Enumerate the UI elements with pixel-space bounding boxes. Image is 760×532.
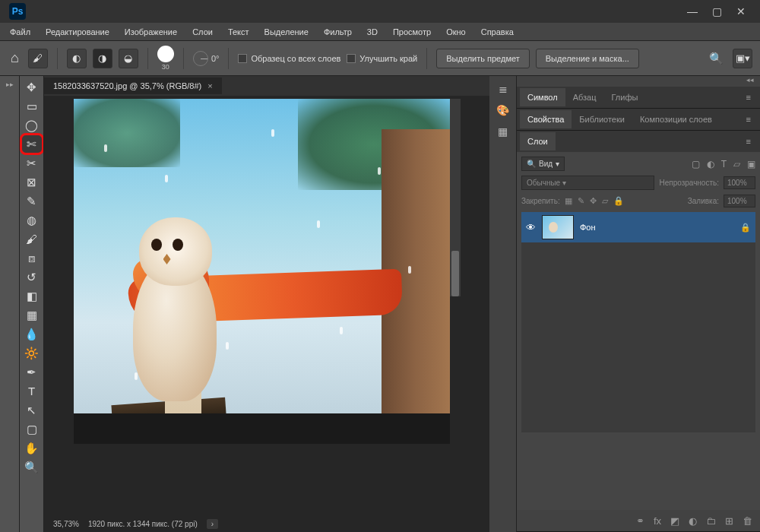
adjustment-layer-icon[interactable]: ◐	[689, 515, 697, 527]
expand-dock-icon[interactable]: ▸▸	[5, 79, 15, 90]
menu-layers[interactable]: Слои	[185, 24, 220, 40]
menu-edit[interactable]: Редактирование	[39, 24, 116, 40]
tab-layer-comps[interactable]: Композиции слоев	[632, 110, 720, 128]
dodge-tool[interactable]: 🔆	[21, 344, 43, 363]
tab-character[interactable]: Символ	[520, 88, 565, 106]
filter-pixel-icon[interactable]: ▢	[692, 159, 700, 169]
layer-fx-icon[interactable]: fx	[654, 515, 661, 527]
sample-all-layers-checkbox[interactable]: Образец со всех слоев	[238, 54, 340, 63]
eyedropper-tool[interactable]: ✎	[21, 192, 43, 211]
swatches-panel-icon[interactable]: ▦	[494, 123, 512, 140]
document-tabbar: 1582033637520.jpg @ 35,7% (RGB/8#) ×	[44, 76, 489, 96]
quick-selection-tool[interactable]: ✄	[21, 135, 43, 154]
panel-collapse-icon[interactable]: ◂◂	[517, 76, 760, 87]
angle-control[interactable]: 0°	[193, 51, 220, 66]
close-button[interactable]: ✕	[736, 6, 746, 17]
filter-smart-icon[interactable]: ▣	[747, 159, 755, 169]
link-layers-icon[interactable]: ⚭	[636, 515, 644, 527]
rectangle-tool[interactable]: ▢	[21, 420, 43, 439]
menu-window[interactable]: Окно	[439, 24, 473, 40]
menu-help[interactable]: Справка	[474, 24, 521, 40]
history-brush-tool[interactable]: ↺	[21, 268, 43, 287]
brush-preview[interactable]: 30	[157, 46, 174, 71]
pen-tool[interactable]: ✒	[21, 363, 43, 382]
color-panel-icon[interactable]: 🎨	[494, 102, 512, 119]
layer-list: 👁 Фон 🔒	[521, 212, 755, 432]
layer-thumbnail[interactable]	[542, 215, 574, 239]
zoom-level[interactable]: 35,73%	[53, 520, 79, 528]
document-tab[interactable]: 1582033637520.jpg @ 35,7% (RGB/8#) ×	[44, 78, 222, 94]
menu-3d[interactable]: 3D	[360, 24, 385, 40]
tab-paragraph[interactable]: Абзац	[565, 88, 604, 106]
minimize-button[interactable]: —	[687, 6, 698, 17]
select-subject-button[interactable]: Выделить предмет	[436, 49, 530, 68]
group-icon[interactable]: 🗀	[706, 515, 716, 527]
angle-dial-icon	[193, 51, 208, 66]
eraser-tool[interactable]: ◧	[21, 287, 43, 306]
layer-item[interactable]: 👁 Фон 🔒	[521, 212, 755, 242]
menu-image[interactable]: Изображение	[118, 24, 184, 40]
add-selection-icon[interactable]: ◑	[93, 49, 112, 68]
lock-icon[interactable]: 🔒	[740, 223, 751, 233]
canvas-viewport[interactable]	[44, 96, 489, 515]
type-tool[interactable]: T	[21, 382, 43, 401]
lock-pixels-icon[interactable]: ▦	[565, 196, 572, 206]
lock-artboard-icon[interactable]: ▱	[602, 196, 608, 206]
gradient-tool[interactable]: ▦	[21, 306, 43, 325]
move-tool[interactable]: ✥	[21, 78, 43, 97]
subtract-selection-icon[interactable]: ◒	[119, 49, 138, 68]
tab-glyphs[interactable]: Глифы	[604, 88, 646, 106]
enhance-edge-checkbox[interactable]: Улучшить край	[347, 54, 417, 63]
filter-adjustment-icon[interactable]: ◐	[707, 159, 714, 169]
layer-mask-icon[interactable]: ◩	[670, 515, 679, 527]
select-and-mask-button[interactable]: Выделение и маска...	[536, 49, 639, 68]
clone-stamp-tool[interactable]: ⧈	[21, 249, 43, 268]
tool-preset-icon[interactable]: 🖌	[28, 49, 48, 68]
hand-tool[interactable]: ✋	[21, 439, 43, 458]
vertical-scrollbar[interactable]	[450, 99, 461, 296]
filter-type-icon[interactable]: T	[721, 159, 727, 169]
panel-menu-icon[interactable]: ≡	[740, 90, 757, 105]
statusbar-chevron-icon[interactable]: ›	[207, 519, 218, 529]
menu-filter[interactable]: Фильтр	[317, 24, 359, 40]
menu-file[interactable]: Файл	[3, 24, 37, 40]
new-selection-icon[interactable]: ◐	[67, 49, 87, 68]
blend-mode-select[interactable]: Обычные ▾	[521, 176, 654, 190]
home-icon[interactable]: ⌂	[8, 47, 22, 69]
panel-menu-icon[interactable]: ≡	[740, 112, 757, 127]
brush-tool[interactable]: 🖌	[21, 230, 43, 249]
lasso-tool[interactable]: ◯	[21, 116, 43, 135]
layer-name[interactable]: Фон	[580, 223, 596, 232]
zoom-tool[interactable]: 🔍	[21, 458, 43, 477]
tab-layers[interactable]: Слои	[520, 132, 556, 150]
fill-input[interactable]: 100%	[724, 195, 755, 207]
crop-tool[interactable]: ✂	[21, 154, 43, 173]
lock-position-icon[interactable]: ✥	[590, 196, 597, 206]
menu-text[interactable]: Текст	[221, 24, 256, 40]
menu-view[interactable]: Просмотр	[386, 24, 438, 40]
tab-libraries[interactable]: Библиотеки	[572, 110, 632, 128]
brushes-panel-icon[interactable]: ≣	[494, 81, 512, 97]
maximize-button[interactable]: ▢	[711, 6, 722, 17]
new-layer-icon[interactable]: ⊞	[725, 515, 733, 527]
menu-select[interactable]: Выделение	[258, 24, 315, 40]
canvas-image[interactable]	[74, 99, 450, 444]
opacity-input[interactable]: 100%	[724, 176, 755, 189]
close-tab-icon[interactable]: ×	[207, 81, 212, 90]
panel-menu-icon[interactable]: ≡	[740, 134, 757, 149]
lock-brush-icon[interactable]: ✎	[578, 196, 584, 206]
filter-shape-icon[interactable]: ▱	[733, 159, 740, 169]
visibility-icon[interactable]: 👁	[526, 222, 536, 233]
workspace-switcher-icon[interactable]: ▣▾	[733, 49, 752, 68]
healing-brush-tool[interactable]: ◍	[21, 211, 43, 230]
frame-tool[interactable]: ⊠	[21, 173, 43, 192]
delete-layer-icon[interactable]: 🗑	[743, 515, 752, 527]
statusbar: 35,73% 1920 пикс. x 1344 пикс. (72 ppi) …	[44, 515, 489, 532]
blur-tool[interactable]: 💧	[21, 325, 43, 344]
marquee-tool[interactable]: ▭	[21, 97, 43, 116]
path-selection-tool[interactable]: ↖	[21, 401, 43, 420]
layer-filter-select[interactable]: 🔍 Вид ▾	[521, 157, 565, 171]
search-icon[interactable]: 🔍	[709, 52, 724, 65]
lock-all-icon[interactable]: 🔒	[613, 196, 624, 206]
tab-properties[interactable]: Свойства	[520, 110, 572, 128]
